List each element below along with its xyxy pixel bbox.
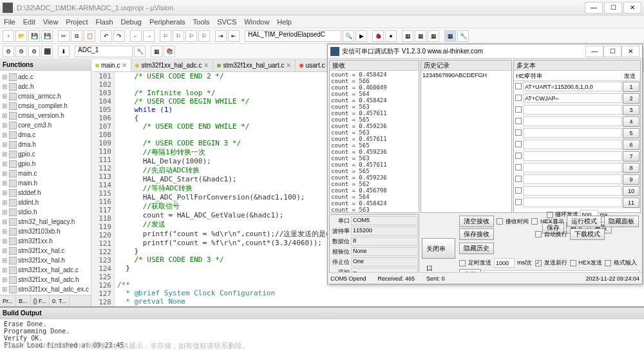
tree-item[interactable]: ⊞dma.c [1,130,90,140]
multi-send-button[interactable]: 6 [623,140,639,150]
bookmark-next-icon[interactable]: ⚐ [185,30,197,42]
rebuild-icon[interactable]: ⚙ [15,46,27,57]
save-all-icon[interactable]: 💾 [41,30,53,42]
download-icon[interactable]: ⬇ [58,46,70,57]
multi-send-button[interactable]: 4 [623,116,639,127]
wrench-icon[interactable]: 🔧 [457,30,469,42]
parity-select[interactable]: None [351,247,418,256]
find-combo[interactable]: HAL_TIM_PeriodElapsedC [245,30,341,42]
tree-item[interactable]: ⊞stm32f1xx.h [1,236,90,246]
minimize-button[interactable]: — [585,2,603,14]
file-tab[interactable]: main.c✕ [91,59,131,71]
baud-select[interactable]: 115200 [351,227,418,236]
multi-hex-checkbox[interactable] [515,118,522,124]
multi-hex-checkbox[interactable] [515,83,522,89]
history-content[interactable]: 1234567890ABCDEFGH [421,71,511,212]
hex-send-checkbox[interactable] [570,260,576,266]
databits-select[interactable]: 8 [351,237,418,246]
multi-text-input[interactable] [523,151,622,161]
timer-send-checkbox[interactable] [459,260,466,266]
clear-recv-button[interactable]: 清空接收 [459,216,494,227]
debug-icon[interactable]: 🐞 [372,30,384,42]
multi-hex-checkbox[interactable] [515,153,522,159]
tool-c-icon[interactable]: ▦ [428,30,439,42]
tree-item[interactable]: ⊞stm32f1xx_hal.h [1,255,90,265]
tree-item[interactable]: ⊞stm32f1xx_hal_adc.c [1,265,90,275]
multi-text-input[interactable] [523,198,622,207]
save-recv-button[interactable]: 保存接收 [459,228,494,240]
auto-wrap-checkbox[interactable] [535,231,542,237]
multi-text-input[interactable] [523,140,622,149]
menu-view[interactable]: View [43,18,59,26]
flow-select[interactable]: -- [351,268,418,272]
cut-icon[interactable]: ✂ [58,30,70,42]
format-input-checkbox[interactable] [605,260,611,266]
panel-tab[interactable]: 0. T... [50,295,70,306]
multi-hex-checkbox[interactable] [515,95,522,101]
tree-item[interactable]: ⊞stm32f1xx_hal_adc_ex.c [1,284,90,294]
copy-icon[interactable]: ⧉ [71,30,82,42]
menu-flash[interactable]: Flash [96,18,113,26]
multi-send-button[interactable]: 7 [623,151,639,162]
multi-send-button[interactable]: 5 [623,128,639,138]
tree-item[interactable]: ⊞core_cm3.h [1,120,90,130]
config-icon[interactable]: ▦ [444,30,456,42]
multi-text-input[interactable] [523,128,622,138]
find-icon[interactable]: 🔍 [343,30,354,42]
multi-text-input[interactable] [523,174,622,184]
paste-icon[interactable]: 📋 [84,30,95,42]
stop-build-icon[interactable]: ⬛ [41,46,53,57]
tree-item[interactable]: ⊞stm32f103xb.h [1,227,90,236]
tree-item[interactable]: ⊞stdint.h [1,198,90,207]
books-icon[interactable]: 📚 [164,46,175,57]
tree-item[interactable]: ⊞stm32f1xx_hal_adc.h [1,275,90,284]
multi-text-input[interactable] [523,93,622,103]
tool-a-icon[interactable]: ▦ [402,30,413,42]
tree-item[interactable]: ⊞dma.h [1,140,90,149]
serial-close-button[interactable]: ✕ [621,46,639,57]
close-port-button[interactable]: 关闭串口 [422,238,455,259]
tree-item[interactable]: ⊞main.c [1,169,90,178]
port-select[interactable]: COM5 [351,216,418,225]
redo-icon[interactable]: ↷ [113,30,125,42]
menu-file[interactable]: File [4,18,15,26]
multi-hex-checkbox[interactable] [515,199,522,205]
tree-item[interactable]: ⊞stdio.h [1,207,90,217]
multi-hex-checkbox[interactable] [515,141,522,147]
multi-send-button[interactable]: 9 [623,174,639,185]
multi-send-button[interactable]: 8 [623,163,639,173]
multi-send-button[interactable]: 1 [623,82,639,92]
multi-text-input[interactable] [523,105,622,115]
panel-tab[interactable]: Pr... [0,295,16,306]
bookmark-icon[interactable]: ⚐ [160,30,171,42]
tree-item[interactable]: ⊞stm32f1xx_hal.c [1,246,90,255]
multi-text-input[interactable] [523,163,622,172]
menu-tools[interactable]: Tools [193,18,210,26]
recv-time-checkbox[interactable] [497,218,503,225]
menu-project[interactable]: Project [66,18,88,26]
tool-b-icon[interactable]: ▦ [415,30,426,42]
multi-text-input[interactable] [523,116,622,126]
hide-panel-button[interactable]: 隐藏面板 [604,216,639,227]
receive-content[interactable]: count = 0.458424 count = 566 count = 0.4… [330,71,419,212]
file-tab[interactable]: stm32f1xx_hal_uart.c✕ [213,59,296,71]
find-next-icon[interactable]: ▶ [355,30,367,42]
nav-fwd-icon[interactable]: → [143,30,155,42]
hide-history-button[interactable]: 隐藏历史 [459,243,494,254]
build-icon[interactable]: ⚙ [3,46,14,57]
multi-hex-checkbox[interactable] [515,176,522,182]
menu-help[interactable]: Help [277,18,292,26]
multi-send-button[interactable]: 11 [623,198,639,208]
file-tab[interactable]: stm32f1xx_hal_adc.c✕ [131,59,213,71]
save-icon[interactable]: 💾 [28,30,40,42]
tree-item[interactable]: ⊞gpio.c [1,149,90,159]
menu-debug[interactable]: Debug [121,18,142,26]
indent-icon[interactable]: ⇥ [215,30,227,42]
tree-item[interactable]: ⊞cmsis_compiler.h [1,101,90,111]
multi-hex-checkbox[interactable] [515,187,522,194]
multi-send-button[interactable]: 10 [623,186,639,196]
menu-edit[interactable]: Edit [23,18,35,26]
tree-item[interactable]: ⊞stm32_hal_legacy.h [1,217,90,227]
send-newline-checkbox[interactable] [535,260,542,266]
tree-item[interactable]: ⊞adc.h [1,82,90,91]
